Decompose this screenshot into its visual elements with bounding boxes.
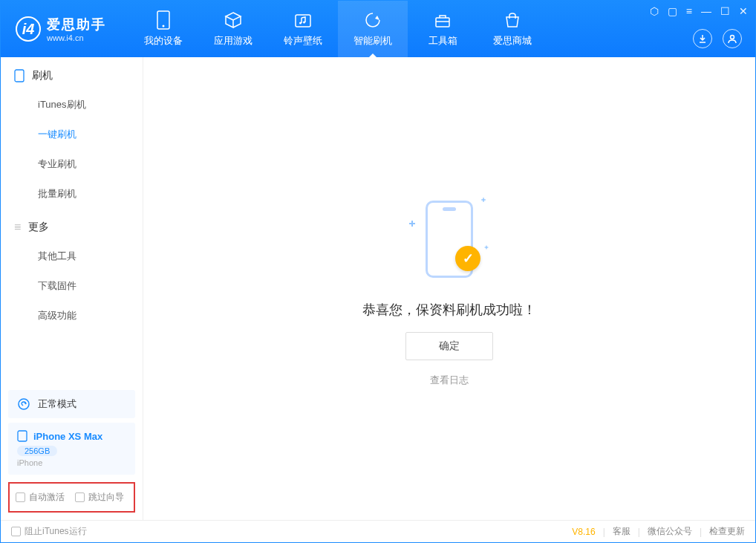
svg-point-9 [19,399,29,409]
svg-point-1 [163,25,165,27]
sidebar-item-onekey-flash[interactable]: 一键刷机 [1,120,143,149]
checkmark-badge-icon: ✓ [455,246,480,271]
success-message: 恭喜您，保资料刷机成功啦！ [362,301,536,319]
shirt-icon[interactable]: ⬡ [650,5,659,17]
sidebar-section-flash: 刷机 [1,57,143,90]
sidebar-item-download-fw[interactable]: 下载固件 [1,271,143,301]
sidebar-item-batch-flash[interactable]: 批量刷机 [1,179,143,209]
svg-rect-2 [296,15,310,27]
footer-link-wechat[interactable]: 微信公众号 [648,525,692,538]
nav-label: 应用游戏 [214,34,252,48]
cube-icon [224,10,243,30]
app-title: 爱思助手 [47,16,106,33]
nav-tab-toolbox[interactable]: 工具箱 [408,1,478,57]
device-icon [154,10,173,30]
status-bar: 阻止iTunes运行 V8.16 | 客服 | 微信公众号 | 检查更新 [1,520,755,542]
view-log-link[interactable]: 查看日志 [430,374,469,387]
nav-label: 爱思商城 [493,34,532,48]
ok-button[interactable]: 确定 [405,332,493,360]
sidebar-item-itunes-flash[interactable]: iTunes刷机 [1,90,143,120]
menu-icon[interactable]: ≡ [686,5,692,17]
toolbox-icon [433,10,452,30]
user-button[interactable] [723,29,742,48]
nav-label: 我的设备 [144,34,183,48]
svg-rect-8 [15,70,24,82]
nav-label: 铃声壁纸 [284,34,322,48]
device-mode-card[interactable]: 正常模式 [8,390,135,418]
section-title: 刷机 [32,69,53,82]
nav-label: 智能刷机 [353,34,392,48]
nav-tab-ringtones[interactable]: 铃声壁纸 [268,1,338,57]
logo-icon: i4 [16,16,41,42]
checkbox-label: 跳过向导 [88,491,124,504]
header-right-buttons [693,29,742,48]
device-type: iPhone [17,458,126,467]
svg-point-7 [731,36,734,39]
nav-tab-device[interactable]: 我的设备 [128,1,198,57]
nav-tab-flash[interactable]: 智能刷机 [338,1,408,57]
device-card[interactable]: iPhone XS Max 256GB iPhone [8,423,135,475]
app-header: i4 爱思助手 www.i4.cn 我的设备 应用游戏 铃声壁纸 智能刷机 工具… [1,1,755,57]
sidebar-item-advanced[interactable]: 高级功能 [1,301,143,331]
sidebar-section-more: ≡ 更多 [1,209,143,241]
checkbox-label: 阻止iTunes运行 [25,525,87,538]
sidebar-item-pro-flash[interactable]: 专业刷机 [1,149,143,179]
hamburger-icon: ≡ [14,221,21,234]
sidebar: 刷机 iTunes刷机 一键刷机 专业刷机 批量刷机 ≡ 更多 其他工具 下载固… [1,57,143,520]
phone-small-icon [17,430,27,442]
phone-icon [14,69,25,82]
app-subtitle: www.i4.cn [47,33,106,42]
svg-point-3 [299,22,302,25]
logo: i4 爱思助手 www.i4.cn [1,16,121,42]
version-label: V8.16 [572,527,595,537]
refresh-shield-icon [363,10,382,30]
flash-options-row: 自动激活 跳过向导 [8,482,135,513]
main-content: ✓ 恭喜您，保资料刷机成功啦！ 确定 查看日志 [143,57,755,520]
window-controls: ⬡ ▢ ≡ ― ☐ ✕ [650,5,748,17]
feedback-icon[interactable]: ▢ [668,5,677,17]
footer-link-update[interactable]: 检查更新 [709,525,745,538]
nav-tab-store[interactable]: 爱思商城 [478,1,547,57]
svg-point-4 [303,22,305,24]
music-folder-icon [293,10,313,30]
mode-label: 正常模式 [38,397,76,411]
block-itunes-checkbox[interactable]: 阻止iTunes运行 [11,525,87,538]
success-illustration: ✓ [405,191,494,287]
close-button[interactable]: ✕ [739,5,748,17]
section-title: 更多 [28,221,49,234]
svg-rect-5 [436,18,449,27]
footer-link-support[interactable]: 客服 [613,525,630,538]
auto-activate-checkbox[interactable]: 自动激活 [16,491,65,504]
nav-tab-apps[interactable]: 应用游戏 [198,1,268,57]
skip-guide-checkbox[interactable]: 跳过向导 [75,491,124,504]
minimize-button[interactable]: ― [701,5,711,17]
sidebar-item-other-tools[interactable]: 其他工具 [1,241,143,271]
device-capacity: 256GB [17,446,57,456]
store-icon [503,10,522,30]
checkbox-label: 自动激活 [29,491,65,504]
nav-label: 工具箱 [428,34,457,48]
download-button[interactable] [693,29,712,48]
sync-icon [17,397,30,411]
svg-rect-10 [18,431,27,441]
maximize-button[interactable]: ☐ [720,5,730,17]
device-name: iPhone XS Max [33,431,102,442]
nav-tabs: 我的设备 应用游戏 铃声壁纸 智能刷机 工具箱 爱思商城 [128,1,547,57]
